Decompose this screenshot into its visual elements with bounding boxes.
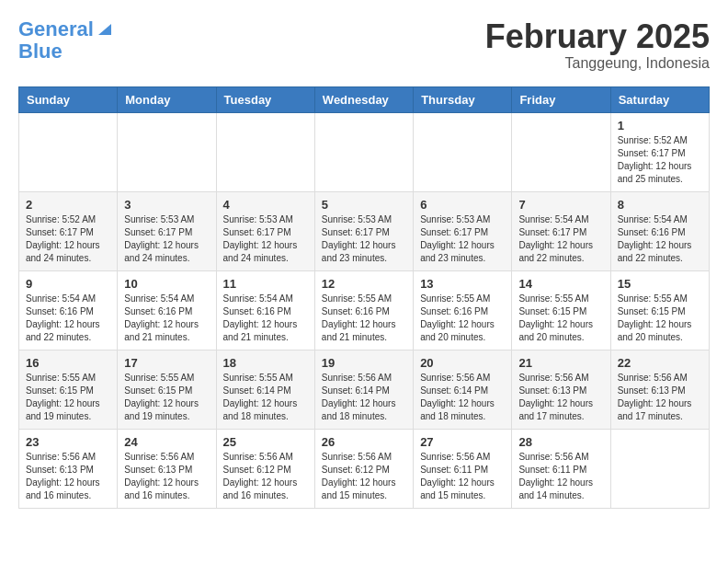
calendar-cell: 25Sunrise: 5:56 AM Sunset: 6:12 PM Dayli… [216,429,314,508]
day-info: Sunrise: 5:55 AM Sunset: 6:15 PM Dayligh… [618,293,702,344]
day-info: Sunrise: 5:56 AM Sunset: 6:13 PM Dayligh… [26,451,110,502]
day-info: Sunrise: 5:56 AM Sunset: 6:12 PM Dayligh… [322,451,406,502]
day-info: Sunrise: 5:56 AM Sunset: 6:14 PM Dayligh… [322,372,406,423]
calendar-cell [512,112,610,191]
calendar-cell [216,112,314,191]
day-number: 1 [618,119,702,132]
day-number: 10 [124,277,209,291]
calendar-cell: 3Sunrise: 5:53 AM Sunset: 6:17 PM Daylig… [118,191,216,270]
day-info: Sunrise: 5:56 AM Sunset: 6:14 PM Dayligh… [420,372,505,423]
day-info: Sunrise: 5:56 AM Sunset: 6:12 PM Dayligh… [223,451,308,502]
day-number: 18 [223,356,308,370]
calendar-cell [414,112,512,191]
day-number: 27 [420,435,505,449]
day-info: Sunrise: 5:56 AM Sunset: 6:11 PM Dayligh… [518,451,603,502]
day-number: 22 [618,356,702,370]
calendar-cell: 27Sunrise: 5:56 AM Sunset: 6:11 PM Dayli… [414,429,512,508]
weekday-header-monday: Monday [118,86,216,112]
calendar-cell [19,112,118,191]
weekday-header-sunday: Sunday [19,86,118,112]
day-number: 14 [518,277,603,291]
calendar-cell: 2Sunrise: 5:52 AM Sunset: 6:17 PM Daylig… [19,191,118,270]
day-number: 24 [124,435,209,449]
day-info: Sunrise: 5:52 AM Sunset: 6:17 PM Dayligh… [26,213,110,265]
day-number: 25 [223,435,308,449]
day-number: 28 [518,435,603,449]
calendar-cell: 28Sunrise: 5:56 AM Sunset: 6:11 PM Dayli… [512,429,610,508]
day-info: Sunrise: 5:56 AM Sunset: 6:13 PM Dayligh… [518,372,603,423]
calendar-week-row: 16Sunrise: 5:55 AM Sunset: 6:15 PM Dayli… [19,350,710,429]
calendar-week-row: 23Sunrise: 5:56 AM Sunset: 6:13 PM Dayli… [19,429,710,508]
calendar-cell [610,429,709,508]
weekday-header-thursday: Thursday [414,86,512,112]
weekday-header-saturday: Saturday [610,86,709,112]
weekday-header-wednesday: Wednesday [314,86,413,112]
day-number: 3 [124,198,209,212]
calendar-cell: 16Sunrise: 5:55 AM Sunset: 6:15 PM Dayli… [19,350,118,429]
day-number: 9 [26,277,110,291]
day-info: Sunrise: 5:53 AM Sunset: 6:17 PM Dayligh… [124,213,209,265]
day-number: 20 [420,356,505,370]
day-info: Sunrise: 5:53 AM Sunset: 6:17 PM Dayligh… [322,213,406,265]
weekday-header-friday: Friday [512,86,610,112]
day-info: Sunrise: 5:55 AM Sunset: 6:15 PM Dayligh… [26,372,110,423]
day-number: 13 [420,277,505,291]
day-info: Sunrise: 5:54 AM Sunset: 6:16 PM Dayligh… [26,293,110,344]
calendar-cell: 8Sunrise: 5:54 AM Sunset: 6:16 PM Daylig… [610,191,709,270]
calendar-cell: 7Sunrise: 5:54 AM Sunset: 6:17 PM Daylig… [512,191,610,270]
logo-text2: Blue [18,40,63,63]
day-info: Sunrise: 5:56 AM Sunset: 6:13 PM Dayligh… [618,372,702,423]
day-number: 5 [322,198,406,212]
calendar-cell [118,112,216,191]
month-year-title: February 2025 [485,18,710,55]
calendar-cell: 1Sunrise: 5:52 AM Sunset: 6:17 PM Daylig… [610,112,709,191]
calendar-cell: 4Sunrise: 5:53 AM Sunset: 6:17 PM Daylig… [216,191,314,270]
day-number: 17 [124,356,209,370]
weekday-header-row: SundayMondayTuesdayWednesdayThursdayFrid… [19,86,710,112]
day-info: Sunrise: 5:54 AM Sunset: 6:16 PM Dayligh… [223,293,308,344]
day-info: Sunrise: 5:54 AM Sunset: 6:17 PM Dayligh… [518,213,603,265]
calendar-cell: 6Sunrise: 5:53 AM Sunset: 6:17 PM Daylig… [414,191,512,270]
calendar-cell: 9Sunrise: 5:54 AM Sunset: 6:16 PM Daylig… [19,270,118,350]
calendar-cell: 14Sunrise: 5:55 AM Sunset: 6:15 PM Dayli… [512,270,610,350]
day-info: Sunrise: 5:52 AM Sunset: 6:17 PM Dayligh… [618,134,702,186]
calendar-cell: 19Sunrise: 5:56 AM Sunset: 6:14 PM Dayli… [314,350,413,429]
day-info: Sunrise: 5:54 AM Sunset: 6:16 PM Dayligh… [124,293,209,344]
day-number: 26 [322,435,406,449]
calendar-table: SundayMondayTuesdayWednesdayThursdayFrid… [18,86,710,509]
day-info: Sunrise: 5:56 AM Sunset: 6:11 PM Dayligh… [420,451,505,502]
day-info: Sunrise: 5:53 AM Sunset: 6:17 PM Dayligh… [223,213,308,265]
day-info: Sunrise: 5:55 AM Sunset: 6:15 PM Dayligh… [124,372,209,423]
calendar-cell: 21Sunrise: 5:56 AM Sunset: 6:13 PM Dayli… [512,350,610,429]
calendar-cell: 23Sunrise: 5:56 AM Sunset: 6:13 PM Dayli… [19,429,118,508]
day-info: Sunrise: 5:55 AM Sunset: 6:15 PM Dayligh… [518,293,603,344]
day-number: 21 [518,356,603,370]
day-number: 8 [618,198,702,212]
calendar-cell: 10Sunrise: 5:54 AM Sunset: 6:16 PM Dayli… [118,270,216,350]
calendar-cell: 18Sunrise: 5:55 AM Sunset: 6:14 PM Dayli… [216,350,314,429]
day-info: Sunrise: 5:55 AM Sunset: 6:16 PM Dayligh… [420,293,505,344]
day-info: Sunrise: 5:53 AM Sunset: 6:17 PM Dayligh… [420,213,505,265]
logo: General Blue [18,18,113,63]
calendar-cell: 15Sunrise: 5:55 AM Sunset: 6:15 PM Dayli… [610,270,709,350]
calendar-cell: 20Sunrise: 5:56 AM Sunset: 6:14 PM Dayli… [414,350,512,429]
day-info: Sunrise: 5:56 AM Sunset: 6:13 PM Dayligh… [124,451,209,502]
calendar-cell: 5Sunrise: 5:53 AM Sunset: 6:17 PM Daylig… [314,191,413,270]
page-header: General Blue February 2025 Tanggeung, In… [18,18,710,72]
calendar-week-row: 2Sunrise: 5:52 AM Sunset: 6:17 PM Daylig… [19,191,710,270]
day-number: 4 [223,198,308,212]
logo-icon [97,20,113,37]
day-info: Sunrise: 5:55 AM Sunset: 6:16 PM Dayligh… [322,293,406,344]
calendar-cell: 24Sunrise: 5:56 AM Sunset: 6:13 PM Dayli… [118,429,216,508]
calendar-cell [314,112,413,191]
day-info: Sunrise: 5:55 AM Sunset: 6:14 PM Dayligh… [223,372,308,423]
calendar-cell: 11Sunrise: 5:54 AM Sunset: 6:16 PM Dayli… [216,270,314,350]
day-info: Sunrise: 5:54 AM Sunset: 6:16 PM Dayligh… [618,213,702,265]
day-number: 15 [618,277,702,291]
weekday-header-tuesday: Tuesday [216,86,314,112]
calendar-cell: 12Sunrise: 5:55 AM Sunset: 6:16 PM Dayli… [314,270,413,350]
day-number: 11 [223,277,308,291]
location-subtitle: Tanggeung, Indonesia [485,55,710,72]
calendar-cell: 13Sunrise: 5:55 AM Sunset: 6:16 PM Dayli… [414,270,512,350]
calendar-cell: 26Sunrise: 5:56 AM Sunset: 6:12 PM Dayli… [314,429,413,508]
